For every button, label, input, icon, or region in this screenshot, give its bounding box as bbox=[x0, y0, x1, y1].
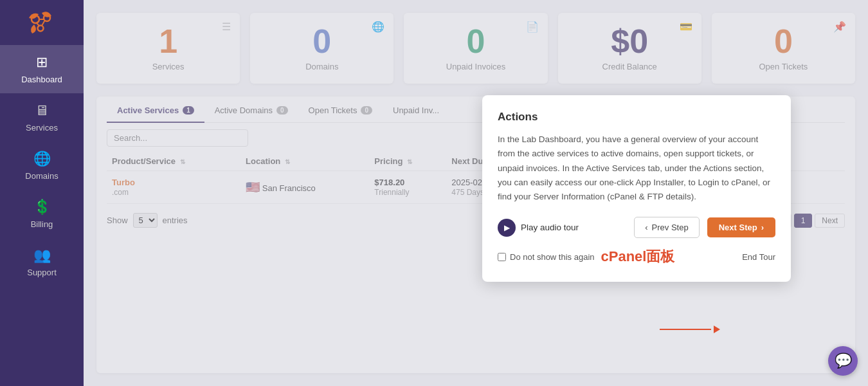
next-step-label: Next Step bbox=[719, 223, 757, 232]
sidebar-item-domains[interactable]: 🌐 Domains bbox=[0, 142, 84, 190]
sidebar-item-billing[interactable]: 💲 Billing bbox=[0, 190, 84, 238]
cpanel-annotation-text: cPanel面板 bbox=[601, 247, 675, 266]
play-icon: ▶ bbox=[498, 219, 516, 237]
svg-line-5 bbox=[42, 21, 44, 26]
end-tour-button[interactable]: End Tour bbox=[742, 252, 775, 262]
services-icon: 🖥 bbox=[35, 102, 49, 119]
sidebar-item-label: Billing bbox=[31, 219, 53, 229]
sidebar-item-services[interactable]: 🖥 Services bbox=[0, 93, 84, 142]
chat-bubble-button[interactable]: 💬 bbox=[828, 346, 858, 376]
svg-point-2 bbox=[38, 26, 44, 32]
sidebar-item-label: Support bbox=[27, 268, 57, 277]
arrow-annotation bbox=[660, 326, 720, 333]
no-show-label: Do not show this again bbox=[510, 252, 595, 262]
modal-title: Actions bbox=[498, 111, 775, 124]
chat-icon: 💬 bbox=[835, 353, 852, 369]
domains-icon: 🌐 bbox=[33, 151, 51, 167]
sidebar-item-label: Dashboard bbox=[21, 75, 62, 84]
billing-icon: 💲 bbox=[33, 199, 51, 216]
sidebar: ⊞ Dashboard 🖥 Services 🌐 Domains 💲 Billi… bbox=[0, 0, 84, 386]
prev-chevron-icon: ‹ bbox=[645, 223, 647, 232]
svg-line-4 bbox=[37, 23, 39, 26]
sidebar-item-support[interactable]: 👥 Support bbox=[0, 238, 84, 286]
next-step-button[interactable]: Next Step › bbox=[707, 217, 775, 237]
prev-step-label: Prev Step bbox=[652, 223, 689, 232]
arrow-head bbox=[714, 326, 720, 333]
support-icon: 👥 bbox=[33, 247, 51, 264]
no-show-checkbox[interactable] bbox=[498, 253, 506, 261]
modal-footer2: Do not show this again cPanel面板 End Tour bbox=[498, 247, 775, 266]
actions-modal: Actions In the Lab Dashboard, you have a… bbox=[482, 95, 791, 282]
play-audio-tour-button[interactable]: ▶ Play audio tour bbox=[498, 219, 626, 237]
no-show-checkbox-wrapper[interactable]: Do not show this again bbox=[498, 252, 595, 262]
dashboard-icon: ⊞ bbox=[36, 54, 48, 71]
modal-footer: ▶ Play audio tour ‹ Prev Step Next Step … bbox=[498, 217, 775, 238]
logo bbox=[23, 6, 61, 39]
main-content: ☰ 1 Services 🌐 0 Domains 📄 0 Unpaid Invo… bbox=[84, 0, 868, 386]
sidebar-item-label: Domains bbox=[25, 171, 58, 181]
prev-step-button[interactable]: ‹ Prev Step bbox=[634, 217, 699, 238]
modal-body: In the Lab Dashboard, you have a general… bbox=[498, 133, 775, 204]
sidebar-item-label: Services bbox=[26, 123, 58, 133]
next-chevron-icon: › bbox=[761, 223, 764, 232]
play-label: Play audio tour bbox=[521, 223, 579, 232]
arrow-line bbox=[660, 329, 711, 330]
sidebar-item-dashboard[interactable]: ⊞ Dashboard bbox=[0, 45, 84, 93]
